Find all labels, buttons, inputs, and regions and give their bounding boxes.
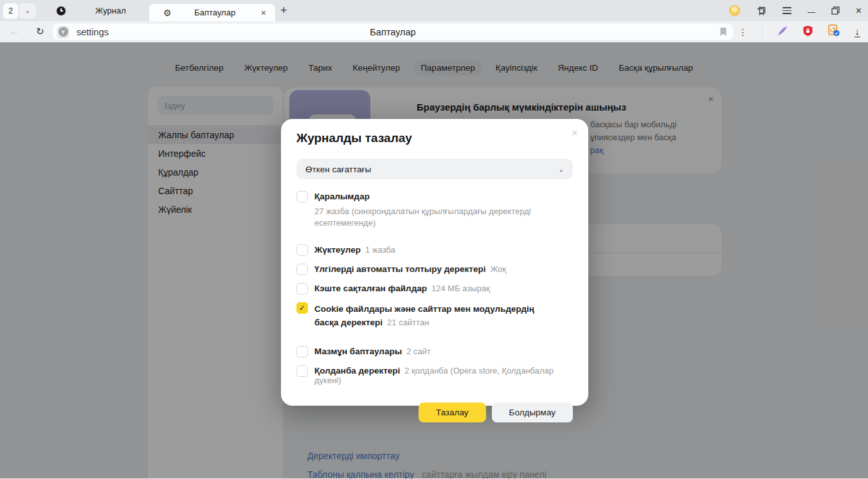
period-value: Өткен сағаттағы <box>305 165 371 174</box>
clear-item-detail: 27 жазба (синхрондалатын құрылғылардағы … <box>314 206 573 228</box>
checkbox[interactable] <box>296 244 308 256</box>
clear-item-label: Қолданба деректері <box>314 366 400 375</box>
period-select[interactable]: Өткен сағаттағы ⌄ <box>296 159 573 179</box>
tab-list-chevron-icon[interactable]: ⌄ <box>19 3 36 19</box>
gear-icon: ⚙ <box>163 8 172 17</box>
clear-history-dialog: × Журналды тазалау Өткен сағаттағы ⌄ Қар… <box>281 119 588 406</box>
clear-item-detail: Жоқ <box>490 264 506 274</box>
clear-item-detail: 1 жазба <box>365 245 395 255</box>
tab-label: Журнал <box>66 6 156 15</box>
bookmarks-panel-icon[interactable] <box>756 6 766 16</box>
checkbox[interactable] <box>296 346 308 357</box>
download-icon[interactable]: ↓ <box>854 26 861 37</box>
clear-items: Қаралымдар27 жазба (синхрондалатын құрыл… <box>296 192 573 385</box>
tab-label: Баптаулар <box>172 8 258 17</box>
clear-item-label: Қаралымдар <box>314 192 370 201</box>
clear-item-row[interactable]: Қолданба деректері2 қолданба (Opera stor… <box>296 366 573 385</box>
back-icon[interactable]: ← <box>9 26 19 37</box>
checkbox[interactable] <box>296 365 308 377</box>
clear-item-detail: 2 сайт <box>406 347 431 356</box>
url-text[interactable]: settings <box>77 27 109 37</box>
feather-editor-icon[interactable] <box>777 25 788 39</box>
window-close-button[interactable]: × <box>856 5 862 17</box>
clear-item-row[interactable]: Қаралымдар27 жазба (синхрондалатын құрыл… <box>296 192 573 228</box>
extensions-kebab-icon[interactable]: ⋮ <box>739 27 748 37</box>
dialog-close-icon[interactable]: × <box>572 127 578 140</box>
cancel-button[interactable]: Болдырмау <box>492 402 573 422</box>
clear-item-row[interactable]: Cookie файлдары және сайттар мен модульд… <box>296 303 573 330</box>
tab-counter[interactable]: 2 <box>3 3 18 19</box>
clear-item-label: Жүктеулер <box>314 245 361 255</box>
url-field[interactable]: Y settings Баптаулар <box>53 24 733 40</box>
clear-item-label: Кэште сақталған файлдар <box>314 284 427 293</box>
tab-settings[interactable]: ⚙ Баптаулар × <box>149 4 275 21</box>
reload-icon[interactable]: ↻ <box>36 26 44 37</box>
clear-item-label: Үлгілерді автоматты толтыру деректері <box>314 264 485 274</box>
clear-item-row[interactable]: Жүктеулер1 жазба <box>296 245 573 256</box>
clock-icon <box>57 6 66 15</box>
dialog-title: Журналды тазалау <box>296 131 573 145</box>
clear-item-row[interactable]: Үлгілерді автоматты толтыру деректеріЖоқ <box>296 264 573 275</box>
clear-item-row[interactable]: Кэште сақталған файлдар124 МБ азырақ <box>296 284 573 294</box>
checkbox[interactable] <box>296 302 308 314</box>
new-tab-button[interactable]: + <box>280 4 287 17</box>
browser-tab-strip: 2 ⌄ Журнал ⚙ Баптаулар × + × <box>0 0 868 21</box>
menu-icon[interactable] <box>782 7 791 14</box>
address-bar: ← ↻ Y settings Баптаулар ⋮ ↓ <box>0 21 868 42</box>
window-maximize-button[interactable] <box>831 6 840 15</box>
checkbox[interactable] <box>296 283 308 294</box>
clear-button[interactable]: Тазалау <box>419 402 486 422</box>
page-translate-status-icon[interactable] <box>827 24 840 39</box>
tab-history[interactable]: Журнал <box>48 0 156 21</box>
checkbox[interactable] <box>296 191 308 203</box>
clear-item-detail: 124 МБ азырақ <box>431 284 490 293</box>
chevron-down-icon: ⌄ <box>559 166 564 173</box>
address-page-title: Баптаулар <box>53 27 733 37</box>
clear-item-row[interactable]: Мазмұн баптаулары2 сайт <box>296 347 573 357</box>
protect-shield-icon[interactable] <box>802 25 813 39</box>
checkbox[interactable] <box>296 264 308 275</box>
clear-item-label: Мазмұн баптаулары <box>314 347 402 356</box>
site-badge-icon[interactable]: Y <box>57 26 69 39</box>
tab-close-icon[interactable]: × <box>258 8 269 18</box>
bookmark-icon[interactable] <box>719 27 728 39</box>
divider <box>762 27 763 37</box>
window-minimize-button[interactable] <box>808 12 815 14</box>
profile-avatar[interactable] <box>729 5 740 16</box>
clear-item-detail: 21 сайттан <box>387 318 429 327</box>
